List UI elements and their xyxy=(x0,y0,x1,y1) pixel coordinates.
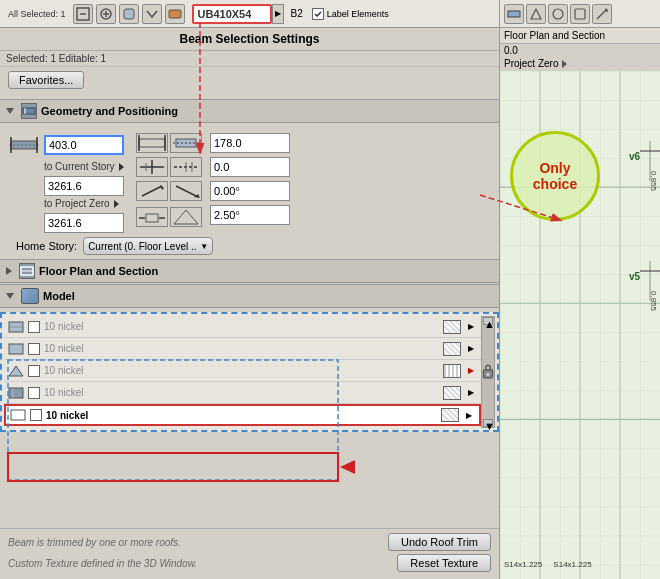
mat-row1-name: 10 nickel xyxy=(44,321,439,332)
story-row-1: to Current Story xyxy=(44,161,124,172)
svg-rect-40 xyxy=(11,410,25,420)
mat-row2-checkbox[interactable] xyxy=(28,343,40,355)
only-choice-bubble: Only choice xyxy=(510,131,600,221)
floor-plan-canvas[interactable]: Only choice v6 v5 0.855 0.855 S14x1.225 … xyxy=(500,71,660,579)
toolbar-btn-4[interactable] xyxy=(142,4,162,24)
right-tb-5[interactable] xyxy=(592,4,612,24)
story-value-2[interactable]: 3261.6 xyxy=(44,213,124,233)
material-row-3[interactable]: 10 nickel ▶ xyxy=(4,360,481,382)
floor-plan-icon xyxy=(19,263,35,279)
left-panel: All Selected: 1 UB410X54 ▶ xyxy=(0,0,500,579)
geometry-content: 403.0 to Current Story 3261.6 to Project… xyxy=(0,123,499,259)
home-story-arrow: ▼ xyxy=(200,242,208,251)
mat-row2-name: 10 nickel xyxy=(44,343,439,354)
right-input-1[interactable]: 178.0 xyxy=(210,133,290,153)
toolbar-btn-5[interactable] xyxy=(165,4,185,24)
model-label: Model xyxy=(43,290,75,302)
material-scrollbar[interactable]: ▲ ▼ xyxy=(481,316,495,428)
svg-line-24 xyxy=(142,186,162,196)
story-arrow-1 xyxy=(119,163,124,171)
material-row-1[interactable]: 10 nickel ▶ xyxy=(4,316,481,338)
svg-marker-37 xyxy=(9,366,23,376)
mat-row5-checkbox[interactable] xyxy=(30,409,42,421)
mat-row2-arrow[interactable]: ▶ xyxy=(465,343,477,355)
home-story-value: Current (0. Floor Level ... xyxy=(88,241,196,252)
geometry-collapse-icon xyxy=(6,108,14,114)
mid-icon-1[interactable] xyxy=(136,133,168,153)
mat-row1-checkbox[interactable] xyxy=(28,321,40,333)
mid-icon-4[interactable] xyxy=(170,157,202,177)
mat-row2-pattern xyxy=(443,342,461,356)
grid-cross-1 xyxy=(640,141,660,181)
material-row-2[interactable]: 10 nickel ▶ xyxy=(4,338,481,360)
svg-rect-46 xyxy=(575,9,585,19)
svg-point-45 xyxy=(553,9,563,19)
mat-row3-icon xyxy=(8,364,24,378)
mat-row5-arrow[interactable]: ▶ xyxy=(463,409,475,421)
project-zero-arrow xyxy=(562,60,567,68)
b2-label: B2 xyxy=(291,8,303,19)
right-tb-3[interactable] xyxy=(548,4,568,24)
geometry-section-header[interactable]: Geometry and Positioning xyxy=(0,99,499,123)
svg-rect-36 xyxy=(9,344,23,354)
mat-row1-pattern xyxy=(443,320,461,334)
material-row-4[interactable]: 10 nickel ▶ xyxy=(4,382,481,404)
scrollbar-up-arrow[interactable]: ▲ xyxy=(483,317,493,325)
mat-row3-arrow[interactable]: ▶ xyxy=(465,365,477,377)
mid-icon-6[interactable] xyxy=(170,181,202,201)
geometry-icon xyxy=(21,103,37,119)
toolbar-btn-2[interactable] xyxy=(96,4,116,24)
right-input-4[interactable]: 2.50° xyxy=(210,205,290,225)
reset-texture-button[interactable]: Reset Texture xyxy=(397,554,491,572)
toolbar-btn-3[interactable] xyxy=(119,4,139,24)
mid-icon-5[interactable] xyxy=(136,181,168,201)
panel-title: Beam Selection Settings xyxy=(0,28,499,51)
right-tb-4[interactable] xyxy=(570,4,590,24)
mat-row3-checkbox[interactable] xyxy=(28,365,40,377)
svg-rect-6 xyxy=(169,10,181,18)
mat-row3-pattern xyxy=(443,364,461,378)
mat-row4-arrow[interactable]: ▶ xyxy=(465,387,477,399)
scrollbar-down-arrow[interactable]: ▼ xyxy=(483,419,493,427)
geometry-label: Geometry and Positioning xyxy=(41,105,178,117)
mat-row2-icon xyxy=(8,342,24,356)
right-tb-2[interactable] xyxy=(526,4,546,24)
favorites-button[interactable]: Favorites... xyxy=(8,71,84,89)
label-elements-checkbox[interactable] xyxy=(312,8,324,20)
story-row-2: to Project Zero xyxy=(44,198,124,209)
home-story-label: Home Story: xyxy=(16,240,77,252)
beam-trim-label: Beam is trimmed by one or more roofs. xyxy=(8,537,181,548)
bottom-row-2: Custom Texture defined in the 3D Window.… xyxy=(8,554,491,572)
svg-marker-44 xyxy=(531,9,541,19)
selected-bar: Selected: 1 Editable: 1 xyxy=(0,51,499,67)
material-row-5[interactable]: 10 nickel ▶ xyxy=(4,404,481,426)
right-panel: Floor Plan and Section 0.0 Project Zero xyxy=(500,0,660,579)
right-panel-title-bar: Floor Plan and Section xyxy=(500,28,660,44)
mid-icon-3[interactable] xyxy=(136,157,168,177)
mat-row1-arrow[interactable]: ▶ xyxy=(465,321,477,333)
mid-icon-7[interactable] xyxy=(136,207,168,227)
mat-row3-name: 10 nickel xyxy=(44,365,439,376)
right-input-2[interactable]: 0.0 xyxy=(210,157,290,177)
project-zero-row: Project Zero xyxy=(500,57,660,71)
floor-plan-section-header[interactable]: Floor Plan and Section xyxy=(0,259,499,283)
toolbar-btn-1[interactable] xyxy=(73,4,93,24)
length-input[interactable]: 403.0 xyxy=(44,135,124,155)
bottom-dim-label: S14x1.225 S14x1.225 xyxy=(504,560,592,569)
right-input-3[interactable]: 0.00° xyxy=(210,181,290,201)
home-story-dropdown[interactable]: Current (0. Floor Level ... ▼ xyxy=(83,237,213,255)
svg-point-42 xyxy=(486,373,489,376)
custom-texture-label: Custom Texture defined in the 3D Window. xyxy=(8,558,197,569)
undo-roof-button[interactable]: Undo Roof Trim xyxy=(388,533,491,551)
mid-icon-8[interactable] xyxy=(170,207,202,227)
svg-marker-31 xyxy=(174,210,198,224)
right-tb-1[interactable] xyxy=(504,4,524,24)
story-value-1[interactable]: 3261.6 xyxy=(44,176,124,196)
mat-row5-name: 10 nickel xyxy=(46,410,437,421)
svg-rect-28 xyxy=(146,214,158,222)
mat-row4-checkbox[interactable] xyxy=(28,387,40,399)
model-section-header[interactable]: Model xyxy=(0,284,499,308)
mid-icon-2[interactable] xyxy=(170,133,202,153)
beam-name-dropdown[interactable]: UB410X54 xyxy=(192,4,272,24)
beam-dropdown-arrow[interactable]: ▶ xyxy=(272,4,284,24)
